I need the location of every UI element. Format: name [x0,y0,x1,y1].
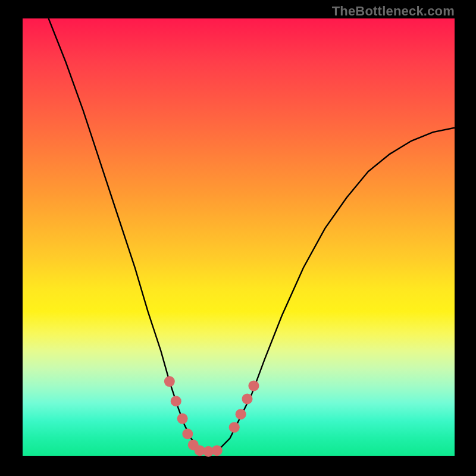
marker-dot [164,376,175,387]
marker-dot [248,380,259,391]
marker-dot [229,422,240,433]
markers-group [164,376,259,457]
chart-root: { "watermark": { "text": "TheBottleneck.… [0,0,476,476]
marker-dot [212,445,223,456]
marker-dot [182,428,193,439]
marker-dot [236,409,246,419]
chart-overlay [0,0,476,476]
marker-dot [242,393,253,404]
marker-dot [177,414,188,424]
marker-dot [171,396,181,406]
